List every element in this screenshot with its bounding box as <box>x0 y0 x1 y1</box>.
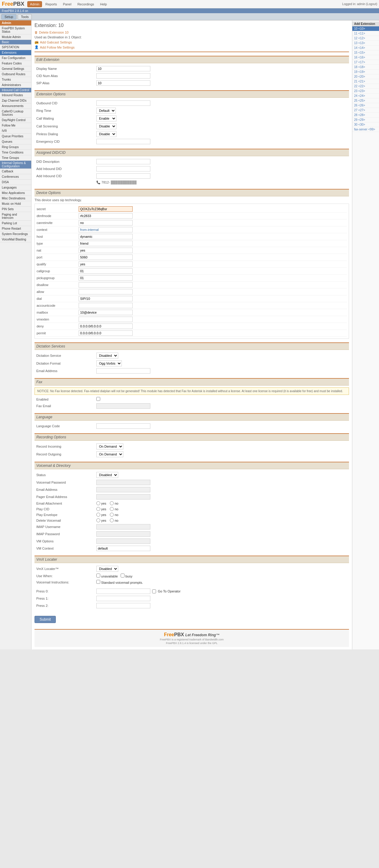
play-cid-no-radio[interactable] <box>110 507 114 511</box>
ext-item-24[interactable]: 24 <24> <box>352 94 379 98</box>
sidebar-item-phone-restart[interactable]: Phone Restart <box>0 226 31 231</box>
did-description-input[interactable] <box>96 159 150 164</box>
device-input-pickupgroup[interactable] <box>79 275 133 281</box>
cid-num-alias-input[interactable] <box>96 73 150 79</box>
ext-item-16[interactable]: 16 <16> <box>352 55 379 60</box>
play-envelope-yes-radio[interactable] <box>96 513 100 517</box>
sidebar-item-voicemail-blasting[interactable]: VoiceMail Blasting <box>0 237 31 242</box>
sidebar-item-feature-codes[interactable]: Feature Codes <box>0 61 31 66</box>
add-inbound-cid-input[interactable] <box>96 173 150 179</box>
record-incoming-select[interactable]: On DemandAlwaysNeverDon't Care <box>96 443 123 450</box>
sip-alias-input[interactable] <box>96 80 150 86</box>
sidebar-item-misc-destinations[interactable]: Misc Destinations <box>0 196 31 201</box>
dictation-format-select[interactable]: Ogg VorbisWAV <box>96 361 122 366</box>
sidebar-item-day-night[interactable]: Day/Night Control <box>0 118 31 123</box>
device-input-permit[interactable] <box>79 331 133 336</box>
nav-help[interactable]: Help <box>97 1 110 7</box>
sidebar-item-music-on-hold[interactable]: Music on Hold <box>0 201 31 207</box>
sidebar-item-parking-lot[interactable]: Parking Lot <box>0 221 31 226</box>
voicemail-status-select[interactable]: DisabledEnabled <box>96 472 118 478</box>
sidebar-item-outbound-routes[interactable]: Outbound Routes <box>0 72 31 77</box>
sidebar-item-general-settings[interactable]: General Settings <box>0 66 31 72</box>
call-screening-select[interactable]: DisableEnable <box>96 123 116 129</box>
play-envelope-no-radio[interactable] <box>110 513 114 517</box>
email-attachment-yes-radio[interactable] <box>96 501 100 505</box>
device-input-dtmfmode[interactable] <box>79 213 133 219</box>
voicemail-email-input[interactable] <box>96 487 150 492</box>
sidebar-item-ring-groups[interactable]: Ring Groups <box>0 145 31 150</box>
ext-item-15[interactable]: 15 <15> <box>352 50 379 55</box>
sidebar-item-pin-sets[interactable]: PIN Sets <box>0 207 31 212</box>
sidebar-item-callerid-lookup[interactable]: CallerID Lookup Sources <box>0 109 31 118</box>
voicemail-password-input[interactable] <box>96 480 150 485</box>
imap-username-input[interactable] <box>96 524 150 529</box>
email-attachment-no-radio[interactable] <box>110 501 114 505</box>
ext-item-27[interactable]: 27 <27> <box>352 108 379 113</box>
imap-password-input[interactable] <box>96 531 150 537</box>
sidebar-item-conferences[interactable]: Conferences <box>0 174 31 180</box>
ext-item-22[interactable]: 22 <22> <box>352 84 379 89</box>
display-name-input[interactable] <box>96 66 150 71</box>
device-input-callgroup[interactable] <box>79 268 133 274</box>
sidebar-item-module-admin[interactable]: Module Admin <box>0 34 31 40</box>
ext-item-30[interactable]: 30 <30> <box>352 122 379 127</box>
sidebar-item-languages[interactable]: Languages <box>0 185 31 190</box>
delete-voicemail-yes-radio[interactable] <box>96 518 100 522</box>
ext-item-17[interactable]: 17 <17> <box>352 60 379 65</box>
sidebar-item-freepbx-status[interactable]: FreePBX System Status <box>0 26 31 34</box>
vm-options-input[interactable] <box>96 538 150 544</box>
ext-item-23[interactable]: 23 <23> <box>352 89 379 94</box>
fax-email-input[interactable] <box>96 403 150 409</box>
device-input-secret[interactable] <box>79 206 133 212</box>
sidebar-item-fax-config[interactable]: Fax Configuration <box>0 56 31 61</box>
device-input-deny[interactable] <box>79 323 133 329</box>
nav-reports[interactable]: Reports <box>42 1 60 7</box>
dictation-email-input[interactable] <box>96 368 150 374</box>
device-input-nat[interactable] <box>79 248 133 253</box>
nav-panel[interactable]: Panel <box>60 1 74 7</box>
emergency-cid-input[interactable] <box>96 139 150 144</box>
delete-link[interactable]: 🗑 Delete Extension 10 <box>34 31 349 34</box>
press1-input[interactable] <box>96 596 150 601</box>
ext-item-20[interactable]: 20 <20> <box>352 74 379 79</box>
sidebar-item-sipstation[interactable]: SIPSTATION <box>0 45 31 50</box>
sidebar-item-time-groups[interactable]: Time Groups <box>0 155 31 161</box>
device-input-allow[interactable] <box>79 289 133 294</box>
device-input-accountcode[interactable] <box>79 303 133 308</box>
sidebar-item-trunks[interactable]: Trunks <box>0 77 31 83</box>
sidebar-item-administrators[interactable]: Administrators <box>0 83 31 88</box>
sidebar-item-paging[interactable]: Paging and Intercom <box>0 212 31 221</box>
setup-tab[interactable]: Setup <box>1 14 17 20</box>
sidebar-item-time-conditions[interactable]: Time Conditions <box>0 150 31 155</box>
ext-item-11[interactable]: 11 <11> <box>352 31 379 36</box>
add-extension-link[interactable]: Add Extension <box>352 22 379 26</box>
gabcast-link[interactable]: 📻 Add Gabcast Settings <box>34 40 349 44</box>
outbound-cid-input[interactable] <box>96 100 150 106</box>
follow-me-link[interactable]: 👤 Add Follow Me Settings <box>34 45 349 49</box>
ext-item-25[interactable]: 25 <25> <box>352 98 379 103</box>
vmx-locater-select[interactable]: DisabledEnabled <box>96 566 118 572</box>
sidebar-item-inbound-routes[interactable]: Inbound Routes <box>0 93 31 98</box>
voicemail-pager-email-input[interactable] <box>96 494 150 499</box>
ext-item-fax-server[interactable]: fax-server <99> <box>352 127 379 132</box>
sidebar-item-misc-apps[interactable]: Misc Applications <box>0 190 31 196</box>
busy-checkbox[interactable] <box>121 574 124 578</box>
sidebar-item-disa[interactable]: DISA <box>0 180 31 185</box>
sidebar-item-queue-priorities[interactable]: Queue Priorities <box>0 134 31 139</box>
nav-admin[interactable]: Admin <box>27 1 42 7</box>
ring-time-select[interactable]: Default510152025304560 <box>96 107 116 114</box>
device-input-qualify[interactable] <box>79 261 133 267</box>
play-cid-yes-radio[interactable] <box>96 507 100 511</box>
language-code-input[interactable] <box>96 423 150 429</box>
ext-item-12[interactable]: 12 <12> <box>352 36 379 41</box>
add-inbound-did-input[interactable] <box>96 166 150 172</box>
device-input-disallow[interactable] <box>79 282 133 287</box>
sidebar-item-ivr[interactable]: IVR <box>0 128 31 134</box>
sidebar-item-system-recordings[interactable]: System Recordings <box>0 231 31 237</box>
sidebar-item-zap-channel-dids[interactable]: Zap Channel DIDs <box>0 98 31 103</box>
delete-voicemail-no-radio[interactable] <box>110 518 114 522</box>
go-to-operator-checkbox[interactable] <box>152 589 156 593</box>
ext-item-10[interactable]: 10 <10> <box>352 26 379 31</box>
device-input-context[interactable] <box>79 227 133 232</box>
sidebar-item-callback[interactable]: Callback <box>0 169 31 174</box>
